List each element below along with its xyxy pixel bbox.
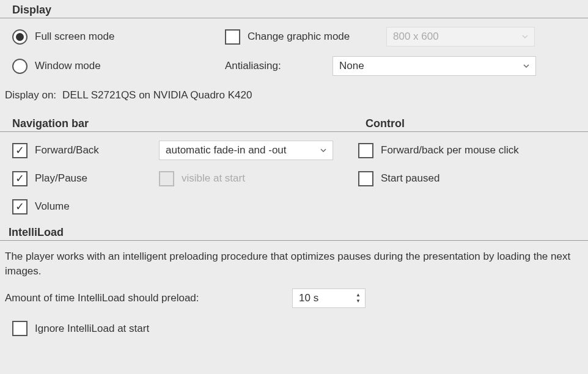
label-antialiasing: Antialiasing: (225, 60, 281, 72)
intelliload-description: The player works with an intelligent pre… (0, 247, 588, 286)
checkbox-change-graphic[interactable] (225, 29, 240, 45)
label-start-paused: Start paused (381, 172, 439, 185)
section-header-control: Control (353, 114, 588, 132)
label-display-on: Display on: (5, 89, 56, 101)
section-header-display: Display (0, 0, 588, 18)
spinner-preload-value: 10 s (299, 292, 318, 304)
label-window-mode: Window mode (35, 60, 101, 72)
label-ignore-intelliload: Ignore IntelliLoad at start (35, 323, 149, 335)
checkbox-visible-at-start (159, 171, 174, 186)
chevron-down-icon (522, 31, 528, 43)
checkbox-play-pause[interactable] (12, 171, 28, 186)
chevron-down-icon (523, 60, 529, 72)
section-header-navbar: Navigation bar (0, 114, 353, 132)
radio-full-screen[interactable] (12, 29, 28, 45)
dropdown-resolution-value: 800 x 600 (393, 31, 439, 43)
dropdown-fade-mode[interactable]: automatic fade-in and -out (159, 141, 333, 160)
label-preload-amount: Amount of time IntelliLoad should preloa… (5, 292, 199, 304)
spinner-preload-time[interactable]: 10 s ▲ ▼ (292, 288, 366, 308)
dropdown-resolution: 800 x 600 (386, 27, 535, 46)
spinner-up-icon[interactable]: ▲ (354, 292, 362, 298)
label-change-graphic: Change graphic mode (248, 31, 350, 43)
checkbox-start-paused[interactable] (358, 171, 373, 186)
label-fwd-back-click: Forward/back per mouse click (381, 144, 519, 156)
value-display-on: DELL S2721QS on NVIDIA Quadro K420 (62, 89, 252, 101)
label-full-screen: Full screen mode (35, 31, 114, 43)
radio-window-mode[interactable] (12, 59, 28, 74)
dropdown-fade-mode-value: automatic fade-in and -out (166, 144, 287, 156)
dropdown-antialiasing[interactable]: None (333, 56, 536, 76)
label-volume: Volume (35, 200, 70, 213)
label-visible-at-start: visible at start (182, 172, 245, 185)
checkbox-ignore-intelliload[interactable] (12, 321, 28, 336)
label-play-pause: Play/Pause (35, 172, 87, 185)
checkbox-volume[interactable] (12, 199, 28, 215)
checkbox-fwd-back-click[interactable] (358, 143, 373, 158)
spinner-down-icon[interactable]: ▼ (354, 298, 362, 304)
label-forward-back: Forward/Back (35, 144, 99, 156)
checkbox-forward-back[interactable] (12, 143, 28, 158)
dropdown-antialiasing-value: None (339, 60, 364, 72)
chevron-down-icon (320, 144, 326, 156)
section-header-intelliload: IntelliLoad (0, 222, 588, 241)
